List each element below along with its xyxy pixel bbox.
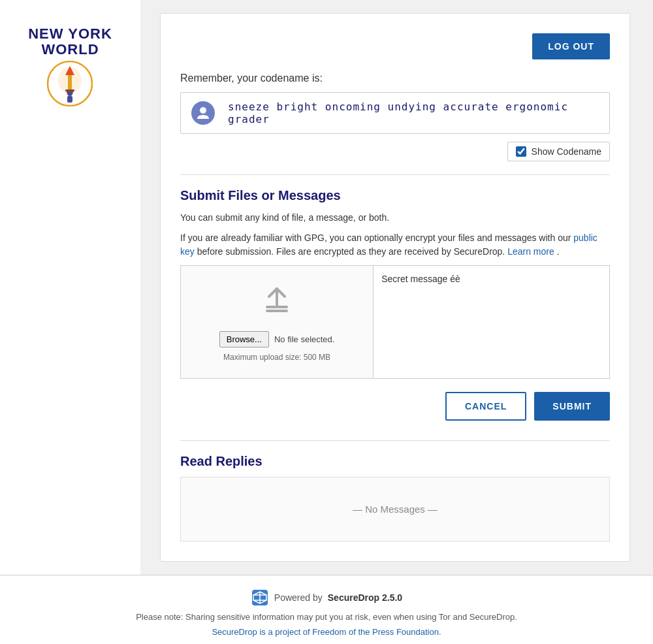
submit-section: Submit Files or Messages You can submit … (180, 188, 610, 421)
logo-line1: NEW YORK (28, 25, 112, 42)
show-codename-text: Show Codename (532, 146, 601, 157)
show-codename-row: Show Codename (180, 142, 610, 161)
submit-desc1: You can submit any kind of file, a messa… (180, 211, 610, 225)
svg-point-6 (67, 91, 72, 96)
codename-section: Remember, your codename is: sneeze brigh… (180, 72, 610, 161)
logout-row: LOG OUT (180, 33, 610, 59)
logo-area: NEW YORK WORLD (28, 26, 112, 109)
message-area: Secret message éè (374, 266, 609, 378)
footer-note: Please note: Sharing sensitive informati… (13, 612, 640, 622)
avatar (191, 101, 215, 125)
submit-button[interactable]: SUBMIT (534, 392, 610, 421)
replies-title: Read Replies (180, 454, 610, 469)
main-card: LOG OUT Remember, your codename is: snee… (160, 13, 630, 562)
submit-title: Submit Files or Messages (180, 188, 610, 203)
codename-label: Remember, your codename is: (180, 72, 610, 84)
replies-section: Read Replies — No Messages — (180, 454, 610, 541)
no-messages-box: — No Messages — (180, 477, 610, 541)
section-divider (180, 174, 610, 175)
svg-point-8 (200, 107, 206, 114)
content-area: LOG OUT Remember, your codename is: snee… (140, 0, 653, 575)
section-divider-2 (180, 440, 610, 441)
browse-button[interactable]: Browse... (219, 331, 269, 347)
footer-project-link[interactable]: SecureDrop is a project of Freedom of th… (212, 627, 441, 637)
submit-desc2-mid: before submission. Files are encrypted a… (197, 246, 507, 257)
powered-by-app: SecureDrop 2.5.0 (328, 592, 402, 603)
footer: Powered by SecureDrop 2.5.0 Please note:… (0, 575, 653, 644)
submit-desc2-end: . (557, 246, 560, 257)
upload-icon (261, 282, 293, 321)
codename-value: sneeze bright oncoming undying accurate … (228, 101, 599, 125)
svg-rect-2 (68, 74, 72, 90)
svg-rect-7 (67, 96, 72, 103)
submit-desc2-pre: If you are already familiar with GPG, yo… (180, 233, 573, 243)
sidebar: NEW YORK WORLD (0, 0, 140, 575)
footer-powered: Powered by SecureDrop 2.5.0 (13, 588, 640, 607)
securedrop-icon (251, 588, 269, 607)
logo-text: NEW YORK WORLD (28, 26, 112, 57)
logout-button[interactable]: LOG OUT (532, 33, 610, 59)
file-upload-area: Browse... No file selected. Maximum uplo… (181, 266, 374, 378)
cancel-button[interactable]: CANCEL (445, 392, 526, 421)
max-upload-text: Maximum upload size: 500 MB (223, 353, 330, 362)
no-file-text: No file selected. (274, 334, 335, 344)
codename-box: sneeze bright oncoming undying accurate … (180, 92, 610, 134)
show-codename-checkbox[interactable] (516, 146, 526, 157)
message-textarea[interactable]: Secret message éè (376, 268, 607, 373)
learn-more-link[interactable]: Learn more (507, 246, 554, 257)
show-codename-label[interactable]: Show Codename (507, 142, 610, 161)
newspaper-icon (28, 61, 112, 109)
submit-desc2: If you are already familiar with GPG, yo… (180, 231, 610, 259)
file-input-row: Browse... No file selected. (219, 331, 335, 347)
no-messages-text: — No Messages — (353, 504, 438, 515)
logo-line2: WORLD (41, 41, 99, 57)
submit-form-row: Browse... No file selected. Maximum uplo… (180, 265, 610, 379)
form-actions: CANCEL SUBMIT (180, 392, 610, 421)
powered-by-pre: Powered by (274, 592, 323, 603)
